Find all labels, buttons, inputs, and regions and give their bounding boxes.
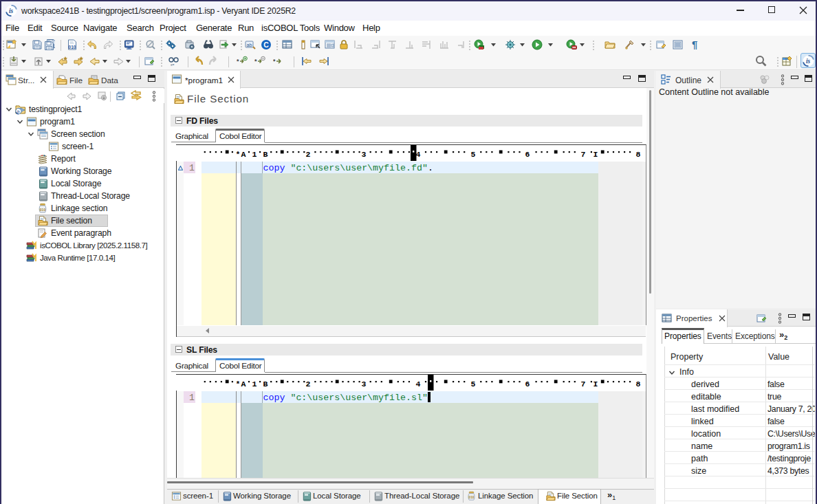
svg-text:4: 4 xyxy=(416,380,421,388)
svg-text:1: 1 xyxy=(252,150,257,159)
svg-text:8: 8 xyxy=(636,380,641,388)
svg-text:B: B xyxy=(263,150,268,159)
svg-text:is: is xyxy=(17,109,20,113)
svg-text:3: 3 xyxy=(362,380,367,388)
svg-text:3: 3 xyxy=(362,150,367,159)
svg-text:010: 010 xyxy=(469,496,475,499)
svg-text:I: I xyxy=(593,380,598,388)
svg-text:*: * xyxy=(273,58,276,65)
svg-text:is: is xyxy=(9,8,14,14)
svg-text:x=: x= xyxy=(171,63,175,67)
svg-text:2: 2 xyxy=(306,380,311,388)
svg-text:6: 6 xyxy=(525,150,530,159)
svg-text:4: 4 xyxy=(416,150,421,159)
svg-text:010: 010 xyxy=(40,208,46,212)
svg-text:2: 2 xyxy=(306,150,311,159)
svg-text:7: 7 xyxy=(581,380,586,388)
svg-text:5: 5 xyxy=(471,150,476,159)
svg-text:B: B xyxy=(263,380,268,388)
svg-text:6: 6 xyxy=(525,380,530,388)
svg-text:5: 5 xyxy=(471,380,476,388)
svg-text:C: C xyxy=(263,41,269,49)
svg-text:010: 010 xyxy=(69,45,76,50)
svg-text:ab: ab xyxy=(247,43,252,47)
svg-text:is: is xyxy=(806,58,811,65)
svg-text:8: 8 xyxy=(636,150,641,159)
svg-text:7: 7 xyxy=(581,150,586,159)
svg-text:I: I xyxy=(593,150,598,159)
svg-text:A: A xyxy=(241,380,246,388)
svg-text:*: * xyxy=(236,380,241,388)
svg-text:*: * xyxy=(237,58,239,65)
svg-text:1: 1 xyxy=(252,380,257,388)
svg-text:*: * xyxy=(236,150,241,159)
svg-text:*: * xyxy=(254,58,257,65)
svg-text:A: A xyxy=(241,150,246,159)
